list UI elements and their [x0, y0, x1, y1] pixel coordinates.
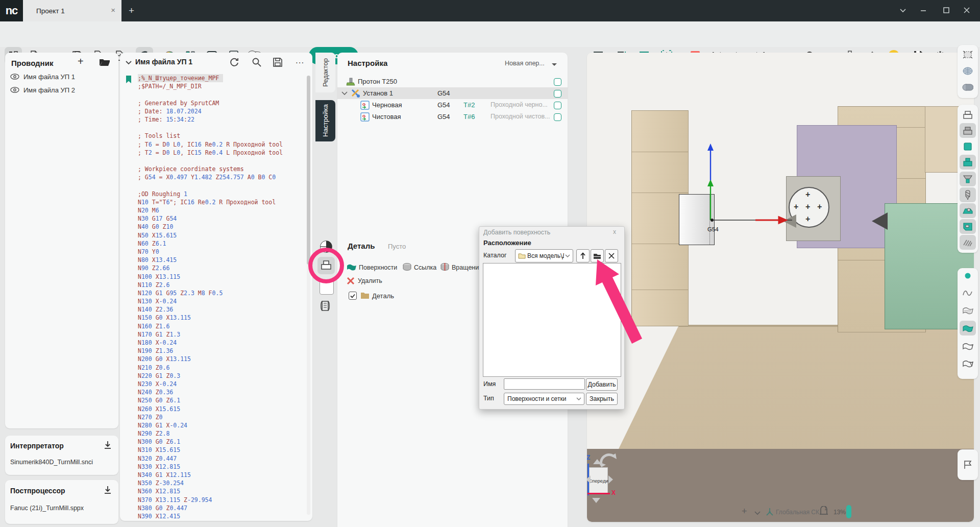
editor-refresh-icon[interactable]	[229, 57, 239, 67]
rotation-button[interactable]: Вращение	[452, 264, 482, 271]
viewport-flag-button[interactable]	[960, 457, 976, 472]
point-display-button[interactable]	[960, 268, 976, 283]
new-operation-button[interactable]: Новая опер...	[505, 60, 545, 67]
editor-scrollbar-thumb[interactable]	[307, 76, 310, 265]
window-menu-chevron-icon[interactable]	[899, 7, 906, 14]
new-tab-button[interactable]: +	[129, 5, 134, 16]
viewcube-up-arrow[interactable]	[593, 459, 601, 464]
interpreter-download-icon[interactable]	[103, 441, 112, 450]
surface-folded-button[interactable]	[960, 356, 976, 371]
editor-more-icon[interactable]: ...	[296, 56, 304, 66]
gcode-line[interactable]	[120, 90, 304, 99]
editor-save-icon[interactable]	[273, 57, 283, 67]
solid-view-button[interactable]	[960, 80, 976, 94]
explorer-add-button[interactable]: +	[78, 56, 84, 67]
gcode-line[interactable]: N330 X12.815	[120, 463, 304, 471]
gcode-line[interactable]: N250 G0 Z6.1	[120, 396, 304, 404]
surface-listbox[interactable]	[483, 263, 621, 377]
interpreter-file[interactable]: Sinumerik840D_TurnMill.snci	[10, 459, 93, 466]
gcode-line[interactable]: N310 X15.615	[120, 446, 304, 454]
gcode-line[interactable]: N350 Z-30.254	[120, 479, 304, 487]
show-machine-button[interactable]	[960, 219, 976, 234]
tree-row-checkbox[interactable]	[554, 90, 561, 98]
gcode-line[interactable]: N20 M6	[120, 206, 304, 214]
csys-counter-icon[interactable]: 1	[819, 506, 828, 516]
new-operation-chevron-icon[interactable]	[551, 62, 557, 67]
gcode-line[interactable]: ; Generated by SprutCAM	[120, 99, 304, 107]
type-combo[interactable]: Поверхности и сетки	[504, 393, 584, 405]
editor-collapse-chevron-icon[interactable]	[125, 60, 132, 66]
contrast-sphere-icon[interactable]	[320, 240, 333, 253]
maximize-icon[interactable]	[943, 7, 950, 14]
minimize-icon[interactable]	[920, 7, 927, 14]
gcode-line[interactable]: N150 G0 X13.115	[120, 314, 304, 322]
gcode-line[interactable]: ; T6 = D0 L0, IC16 Re0.2 R Проходной too…	[120, 140, 304, 149]
explorer-item[interactable]: Имя файла УП 1	[5, 70, 118, 83]
postprocessor-file[interactable]: Fanuc (21i)_TurnMill.sppx	[10, 505, 84, 512]
gcode-text[interactable]: ;%_N_Штуцер_точение_MPF;$PATH=/_N_MPF_DI…	[120, 74, 304, 521]
tree-row[interactable]: Протон Т250	[337, 76, 568, 87]
gcode-line[interactable]: N40 G0 Z10	[120, 223, 304, 231]
postprocessor-download-icon[interactable]	[103, 486, 112, 495]
workpiece-mode-button[interactable]	[317, 257, 335, 274]
gcode-line[interactable]: N200 G0 X13.115	[120, 355, 304, 363]
gcode-line[interactable]: N170 G1 Z1.3	[120, 330, 304, 339]
name-input[interactable]	[504, 378, 585, 390]
select-region-button[interactable]	[960, 47, 976, 62]
gcode-line[interactable]: ; T2 = D0 L0, IC15 Re0.4 L Проходной too…	[120, 149, 304, 157]
explorer-folder-icon[interactable]	[99, 58, 110, 67]
gcode-line[interactable]: N220 G1 Z0.3	[120, 372, 304, 380]
catalog-combo[interactable]: Вся модель\Д	[515, 249, 573, 262]
blank-mode-button[interactable]	[320, 280, 334, 295]
gcode-line[interactable]: N360 X12.815	[120, 487, 304, 495]
tree-row-checkbox[interactable]	[554, 113, 561, 121]
close-button[interactable]: Закрыть	[586, 393, 618, 405]
gcode-line[interactable]: N130 X-0.24	[120, 297, 304, 305]
gcode-line[interactable]: N60 Z6.1	[120, 239, 304, 248]
csys-name[interactable]: Глобальная СК	[776, 509, 819, 516]
gcode-line[interactable]: N300 G0 Z6.1	[120, 438, 304, 446]
gcode-line[interactable]: N160 Z1.6	[120, 322, 304, 330]
gcode-line[interactable]: N10 T="T6"; IC16 Re0.2 R Проходной tool	[120, 198, 304, 206]
gcode-line[interactable]: N70 Y0	[120, 248, 304, 256]
show-part-outline-button[interactable]	[960, 107, 976, 122]
shaded-view-button[interactable]	[960, 63, 976, 78]
show-part-shaded-button[interactable]	[960, 123, 976, 138]
catalog-browse-button[interactable]	[591, 249, 604, 262]
editor-scrollbar-track[interactable]	[307, 76, 310, 515]
gcode-line[interactable]: N190 Z1.36	[120, 347, 304, 355]
gcode-line[interactable]: N400 G1 X11.115	[120, 520, 304, 521]
gcode-line[interactable]: N110 Z2.6	[120, 281, 304, 289]
gcode-line[interactable]: N240 Z0.36	[120, 388, 304, 396]
viewcube-right-arrow[interactable]	[608, 475, 613, 484]
surface-shaded-button[interactable]	[960, 321, 976, 336]
catalog-clear-button[interactable]	[605, 249, 618, 262]
gcode-line[interactable]: N290 Z2.8	[120, 429, 304, 438]
tree-row[interactable]: Установ 1G54	[337, 87, 568, 99]
tab-editor[interactable]: Редактор	[315, 53, 335, 92]
gcode-line[interactable]: N230 X-0.24	[120, 380, 304, 388]
tab-settings[interactable]: Настройка	[315, 100, 335, 141]
show-machined-part-button[interactable]	[960, 155, 976, 170]
explorer-item[interactable]: Имя файла УП 2	[5, 83, 118, 97]
gcode-line[interactable]: ;OD Roughing 1	[120, 190, 304, 198]
gcode-line[interactable]: N210 Z0.6	[120, 364, 304, 372]
gcode-line[interactable]: N340 G1 X12.115	[120, 471, 304, 479]
tab-close-icon[interactable]: ×	[111, 6, 115, 14]
curve-display-button[interactable]	[960, 285, 976, 300]
gcode-line[interactable]: ; Date: 18.07.2024	[120, 107, 304, 115]
csys-chevron-icon[interactable]	[754, 511, 761, 515]
show-toolpath-button[interactable]	[960, 235, 976, 250]
show-holder-button[interactable]	[960, 203, 976, 218]
gcode-line[interactable]	[120, 124, 304, 132]
gcode-line[interactable]: ;%_N_Штуцер_точение_MPF	[120, 74, 304, 82]
gcode-line[interactable]: N390 X12.415	[120, 512, 304, 520]
catalog-up-button[interactable]	[576, 249, 590, 262]
show-tool-button[interactable]	[960, 187, 976, 202]
gcode-line[interactable]: ; Tools list	[120, 132, 304, 140]
gcode-line[interactable]: N280 G1 X-0.24	[120, 421, 304, 429]
surface-layers-button[interactable]	[960, 303, 976, 318]
gcode-line[interactable]: N30 G17 G54	[120, 214, 304, 223]
add-button[interactable]: Добавить	[586, 378, 618, 391]
surface-outline-button[interactable]	[960, 339, 976, 353]
